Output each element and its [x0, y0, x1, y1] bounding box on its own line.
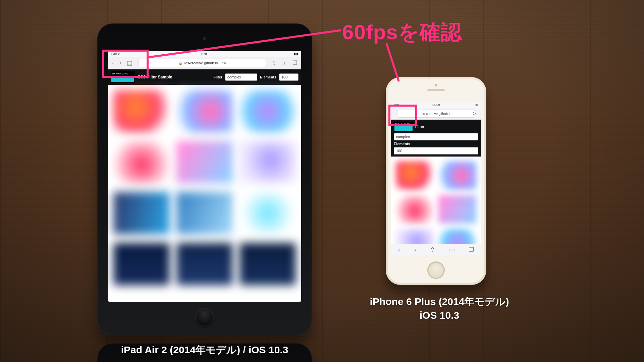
tabs-icon[interactable]: ❐	[292, 60, 297, 67]
address-host: ics-creative.github.io	[184, 61, 218, 65]
thumbnail	[239, 141, 296, 183]
ipad-screen: iPad ᯤ 15:09 ▮▮▮ ‹ › ▤ 🔒 ics-creative.gi…	[108, 51, 301, 302]
thumbnail	[396, 195, 434, 224]
thumbnail	[113, 243, 170, 285]
address-bar[interactable]: 🔒 ics-creative.github.io ᴬA	[139, 59, 266, 67]
elements-label: Elements	[260, 75, 276, 79]
iphone-front-camera	[435, 84, 437, 86]
bookmarks-icon[interactable]: ▭	[449, 246, 455, 253]
thumbnail	[176, 90, 233, 132]
elements-input[interactable]	[279, 73, 299, 81]
caption-iphone-line2: iOS 10.3	[420, 310, 459, 321]
image-gallery	[391, 157, 481, 255]
highlight-box-ipad-fps	[102, 50, 149, 78]
filter-label: Filter	[213, 75, 222, 79]
battery-icon: ▥	[475, 103, 478, 107]
thumbnail	[176, 243, 233, 285]
share-icon[interactable]: ⇪	[272, 60, 276, 67]
thumbnail	[113, 141, 170, 183]
reload-icon[interactable]: ↻	[472, 111, 476, 116]
filter-select[interactable]	[225, 73, 257, 81]
share-icon[interactable]: ⇪	[430, 246, 435, 253]
callout-text: 60fpsを確認	[342, 18, 462, 46]
thumbnail	[438, 195, 476, 224]
lock-icon: 🔒	[178, 61, 182, 65]
back-icon[interactable]: ‹	[398, 246, 400, 253]
photo-stage: iPad ᯤ 15:09 ▮▮▮ ‹ › ▤ 🔒 ics-creative.gi…	[0, 0, 644, 362]
thumbnail	[113, 192, 170, 234]
address-host: ics-creative.github.io	[421, 112, 451, 116]
status-time: 15:09	[432, 103, 440, 107]
safari-bottom-bar: ‹ › ⇪ ▭ ❐	[391, 244, 481, 255]
caption-iphone: iPhone 6 Plus (2014年モデル) iOS 10.3	[356, 295, 523, 322]
caption-ipad: iPad Air 2 (2014年モデル) / iOS 10.3	[97, 343, 312, 362]
caption-iphone-line1: iPhone 6 Plus (2014年モデル)	[370, 296, 509, 307]
filter-select[interactable]	[394, 133, 478, 140]
forward-icon[interactable]: ›	[414, 246, 416, 253]
iphone-speaker	[427, 89, 445, 91]
status-battery: ▮▮▮	[293, 52, 299, 56]
thumbnail	[396, 161, 434, 190]
ipad-front-camera	[203, 37, 206, 40]
vignette	[0, 0, 644, 362]
thumbnail	[176, 192, 233, 234]
thumbnail	[176, 141, 233, 183]
thumbnail	[239, 243, 296, 285]
fps-graph	[394, 126, 413, 131]
status-time: 15:09	[201, 52, 209, 56]
toolbar-right: ⇪ ＋ ❐	[272, 60, 297, 67]
elements-label: Elements	[394, 142, 410, 146]
thumbnail	[438, 161, 476, 190]
highlight-box-iphone-fps	[388, 105, 417, 126]
tabs-icon[interactable]: ❐	[469, 246, 474, 253]
image-gallery	[108, 85, 301, 291]
thumbnail	[113, 90, 170, 132]
elements-input[interactable]	[394, 147, 478, 155]
thumbnail	[239, 90, 296, 132]
reader-icon[interactable]: ᴬA	[222, 61, 226, 65]
new-tab-icon[interactable]: ＋	[282, 60, 287, 67]
thumbnail	[239, 192, 296, 234]
ipad-home-button[interactable]	[195, 308, 214, 326]
iphone-home-button[interactable]	[427, 261, 445, 279]
